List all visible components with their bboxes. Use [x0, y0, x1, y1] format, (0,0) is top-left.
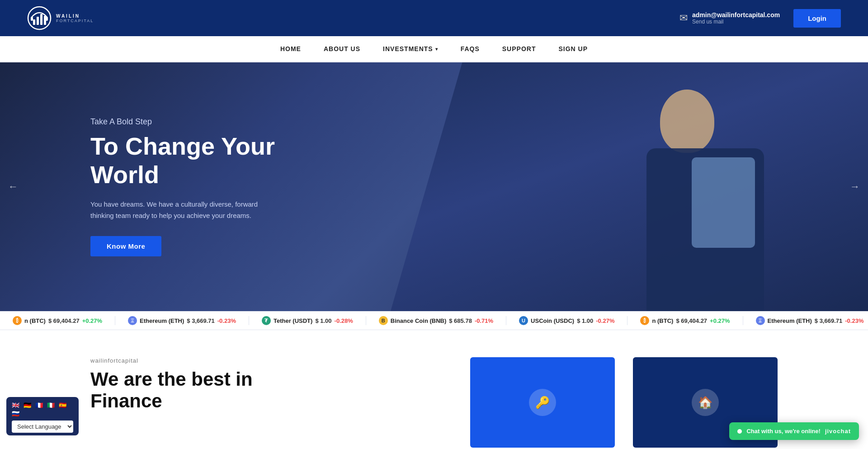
svg-rect-2 — [37, 17, 39, 25]
header-right: ✉ admin@wailinfortcapital.com Send us ma… — [679, 9, 841, 28]
investments-dropdown-arrow: ▾ — [435, 47, 438, 52]
email-address: admin@wailinfortcapital.com — [692, 11, 780, 19]
nav-item-investments[interactable]: INVESTMENTS ▾ — [383, 45, 438, 52]
nav-bar: HOME ABOUT US INVESTMENTS ▾ FAQS SUPPORT… — [0, 36, 868, 62]
know-more-button[interactable]: Know More — [90, 236, 161, 256]
usdt-price: $ 1.00 — [315, 317, 331, 324]
crypto-ticker-bar: ₿ n (BTC) $ 69,404.27 +0.27% Ξ Ethereum … — [0, 311, 868, 330]
about-company-tag: wailinfortcapital — [90, 357, 452, 364]
usdt-name: Tether (USDT) — [274, 317, 312, 324]
btc-price-2: $ 69,404.27 — [676, 317, 707, 324]
language-select[interactable]: Select Language English German French It… — [12, 421, 73, 433]
eth-price: $ 3,669.71 — [187, 317, 214, 324]
send-mail-label: Send us mail — [692, 19, 780, 25]
hero-title: To Change Your World — [90, 132, 280, 188]
hero-subtitle: Take A Bold Step — [90, 117, 280, 127]
chat-online-dot — [737, 429, 742, 434]
ticker-item-bnb: B Binance Coin (BNB) $ 685.78 -0.71% — [366, 316, 506, 325]
nav-item-home[interactable]: HOME — [280, 45, 301, 52]
card-house-icon: 🏠 — [692, 389, 719, 416]
svg-rect-1 — [33, 19, 35, 25]
logo-icon — [27, 6, 52, 30]
svg-rect-3 — [40, 14, 42, 25]
btc-icon-2: ₿ — [640, 316, 649, 325]
bnb-price: $ 685.78 — [449, 317, 472, 324]
ticker-item-usdc: U USCoin (USDC) $ 1.00 -0.27% — [506, 316, 627, 325]
usdc-price: $ 1.00 — [577, 317, 593, 324]
ticker-content: ₿ n (BTC) $ 69,404.27 +0.27% Ξ Ethereum … — [0, 316, 868, 325]
bnb-icon: B — [379, 316, 388, 325]
login-button[interactable]: Login — [793, 9, 841, 28]
eth-price-2: $ 3,669.71 — [815, 317, 842, 324]
btc-change: +0.27% — [82, 317, 102, 324]
bnb-name: Binance Coin (BNB) — [391, 317, 447, 324]
language-flags: 🇬🇧 🇩🇪 🇫🇷 🇮🇹 🇪🇸 🇷🇺 — [12, 402, 73, 417]
nav-item-signup[interactable]: SIGN UP — [558, 45, 588, 52]
email-contact-area: ✉ admin@wailinfortcapital.com Send us ma… — [679, 11, 780, 25]
hero-prev-arrow[interactable]: ← — [8, 181, 18, 193]
logo-area: WAILIN FORTCAPITAL — [27, 6, 94, 30]
nav-item-about[interactable]: ABOUT US — [324, 45, 360, 52]
eth-name-2: Ethereum (ETH) — [768, 317, 812, 324]
hero-content: Take A Bold Step To Change Your World Yo… — [0, 117, 280, 256]
ticker-item-btc: ₿ n (BTC) $ 69,404.27 +0.27% — [0, 316, 115, 325]
usdc-name: USCoin (USDC) — [531, 317, 574, 324]
ticker-item-eth: Ξ Ethereum (ETH) $ 3,669.71 -0.23% — [115, 316, 249, 325]
btc-name: n (BTC) — [24, 317, 46, 324]
usdc-icon: U — [519, 316, 528, 325]
hero-section: ← Take A Bold Step To Change Your World … — [0, 62, 868, 311]
flag-es: 🇪🇸 — [59, 402, 69, 408]
flag-it: 🇮🇹 — [47, 402, 57, 408]
svg-rect-4 — [44, 16, 46, 25]
flag-de: 🇩🇪 — [24, 402, 33, 408]
ticker-item-btc-2: ₿ n (BTC) $ 69,404.27 +0.27% — [627, 316, 743, 325]
eth-change-2: -0.23% — [845, 317, 863, 324]
chat-brand-label: jivochat — [825, 428, 851, 435]
about-card-blue: 🔑 — [470, 357, 615, 448]
btc-name-2: n (BTC) — [652, 317, 673, 324]
logo-text: WAILIN FORTCAPITAL — [56, 14, 94, 23]
eth-icon: Ξ — [128, 316, 137, 325]
hero-man-shirt — [692, 157, 755, 248]
ticker-item-usdt: ₮ Tether (USDT) $ 1.00 -0.28% — [249, 316, 366, 325]
flag-fr: 🇫🇷 — [35, 402, 45, 408]
usdt-change: -0.28% — [335, 317, 353, 324]
nav-item-faqs[interactable]: FAQS — [461, 45, 480, 52]
about-text-area: wailinfortcapital We are the best in Fin… — [90, 357, 452, 412]
about-title: We are the best in Finance — [90, 369, 452, 412]
eth-change: -0.23% — [217, 317, 236, 324]
flag-uk: 🇬🇧 — [12, 402, 22, 408]
language-widget: 🇬🇧 🇩🇪 🇫🇷 🇮🇹 🇪🇸 🇷🇺 Select Language Englis… — [6, 397, 79, 435]
btc-change-2: +0.27% — [710, 317, 730, 324]
svg-rect-5 — [31, 17, 33, 21]
top-header: WAILIN FORTCAPITAL ✉ admin@wailinfortcap… — [0, 0, 868, 36]
chat-widget[interactable]: Chat with us, we're online! jivochat — [729, 422, 859, 440]
ticker-item-eth-2: Ξ Ethereum (ETH) $ 3,669.71 -0.23% — [743, 316, 868, 325]
usdc-change: -0.27% — [596, 317, 614, 324]
eth-name: Ethereum (ETH) — [140, 317, 184, 324]
eth-icon-2: Ξ — [756, 316, 765, 325]
svg-rect-6 — [46, 17, 48, 21]
flag-ru: 🇷🇺 — [12, 410, 22, 417]
chat-widget-text: Chat with us, we're online! — [746, 428, 820, 435]
email-info: admin@wailinfortcapital.com Send us mail — [692, 11, 780, 25]
hero-man-background — [391, 62, 868, 311]
hero-next-arrow[interactable]: → — [850, 181, 860, 193]
email-icon: ✉ — [679, 12, 688, 24]
usdt-icon: ₮ — [262, 316, 271, 325]
btc-price: $ 69,404.27 — [48, 317, 80, 324]
nav-item-support[interactable]: SUPPORT — [502, 45, 536, 52]
hero-description: You have dreams. We have a culturally di… — [90, 199, 280, 222]
btc-icon: ₿ — [13, 316, 22, 325]
hero-man-head — [660, 90, 714, 153]
bnb-change: -0.71% — [475, 317, 493, 324]
card-key-icon: 🔑 — [529, 389, 556, 416]
